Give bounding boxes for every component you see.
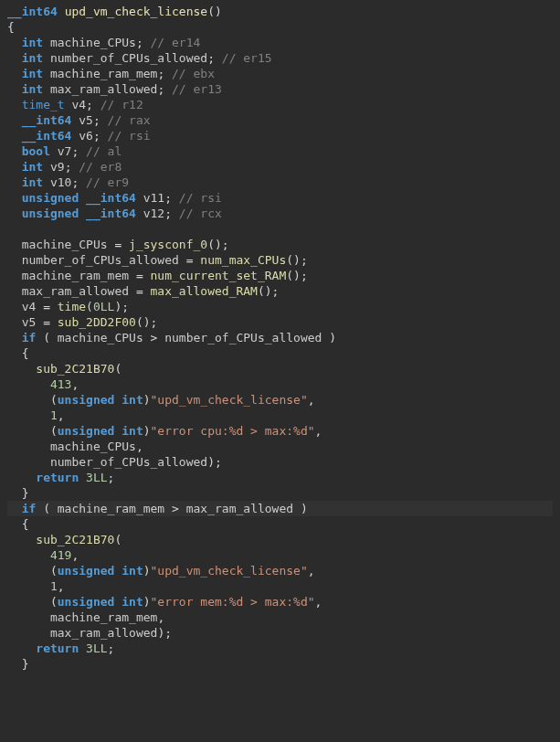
comment: // rax [108, 113, 151, 127]
literal: 413 [50, 377, 71, 391]
string: "error cpu:%d > max:%d" [151, 424, 315, 438]
string: "error mem:%d > max:%d" [151, 595, 315, 609]
var: machine_CPUs [50, 440, 136, 453]
keyword-if: if [22, 502, 37, 515]
keyword-if: if [22, 331, 37, 344]
paren: ( [207, 5, 215, 18]
paren: ( [258, 284, 265, 298]
semi: ; [71, 144, 79, 158]
semi: ; [108, 641, 115, 655]
paren: ( [50, 564, 58, 578]
var: max_ram_allowed [186, 502, 293, 515]
brace: { [22, 517, 29, 531]
op: = [129, 269, 150, 282]
var: number_of_CPUs_allowed [50, 51, 207, 65]
type: unsigned __int64 [22, 207, 136, 220]
call: j_sysconf_0 [129, 238, 207, 251]
call: time [58, 300, 86, 313]
paren: ) [143, 315, 151, 329]
paren: ) [293, 253, 301, 267]
type: int [22, 175, 43, 189]
semi: ; [108, 471, 115, 484]
var: machine_CPUs [50, 36, 136, 49]
highlighted-line: if ( machine_ram_mem > max_ram_allowed ) [7, 501, 553, 516]
call: sub_2C21B70 [36, 533, 114, 546]
comma: , [308, 393, 315, 407]
comma: , [136, 440, 143, 453]
semi: ; [122, 300, 129, 313]
comment: // rcx [179, 207, 222, 220]
var: v5 [22, 315, 37, 329]
type: int [22, 67, 43, 80]
literal: 1 [50, 408, 58, 422]
type: bool [22, 144, 50, 158]
semi: ; [93, 129, 100, 143]
var: v5 [79, 113, 93, 127]
semi: ; [207, 51, 215, 65]
call: num_max_CPUs [200, 253, 286, 267]
semi: ; [157, 82, 164, 96]
paren: ( [136, 315, 143, 329]
comma: , [71, 548, 79, 562]
semi: ; [215, 455, 222, 469]
paren: ( [43, 502, 50, 515]
type: int [22, 36, 43, 49]
var: number_of_CPUs_allowed [164, 331, 322, 344]
var: max_ram_allowed [50, 82, 157, 96]
comma: , [71, 377, 79, 391]
paren: ) [329, 331, 336, 344]
var: v4 [22, 300, 37, 313]
var: machine_ram_mem [50, 67, 157, 80]
comma: , [58, 579, 65, 593]
type: int [22, 160, 43, 174]
op: = [179, 253, 200, 267]
cast-type: unsigned int [58, 424, 143, 438]
var: machine_ram_mem [50, 610, 157, 624]
paren: ) [143, 595, 151, 609]
var: machine_CPUs [22, 238, 108, 251]
paren: ( [50, 393, 58, 407]
var: max_ram_allowed [50, 626, 157, 640]
op: = [129, 284, 150, 298]
paren: ) [301, 502, 308, 515]
semi: ; [222, 238, 229, 251]
brace: } [22, 486, 29, 500]
type: int [22, 82, 43, 96]
literal: 3LL [86, 641, 107, 655]
comma: , [157, 610, 164, 624]
cast-type: unsigned int [58, 564, 143, 578]
paren: ) [143, 424, 151, 438]
paren: ) [265, 284, 272, 298]
var: machine_ram_mem [58, 502, 164, 515]
var: v6 [79, 129, 93, 143]
op: > [164, 502, 185, 515]
string: "upd_vm_check_license" [151, 564, 308, 578]
var: max_ram_allowed [22, 284, 129, 298]
var: v7 [58, 144, 72, 158]
semi: ; [71, 175, 79, 189]
paren: ) [207, 455, 215, 469]
comment: // er9 [86, 175, 129, 189]
var: v12 [143, 207, 164, 220]
semi: ; [164, 191, 172, 205]
semi: ; [272, 284, 280, 298]
op: = [108, 238, 129, 251]
function-name: upd_vm_check_license [65, 5, 208, 18]
semi: ; [164, 207, 172, 220]
semi: ; [157, 67, 164, 80]
semi: ; [136, 36, 143, 49]
comma: , [315, 424, 322, 438]
literal: 3LL [86, 471, 107, 484]
semi: ; [301, 253, 308, 267]
paren: ( [286, 269, 293, 282]
paren: ) [143, 564, 151, 578]
comma: , [58, 408, 65, 422]
comment: // al [86, 144, 122, 158]
paren: ( [50, 424, 58, 438]
type: __int64 [22, 129, 72, 143]
var: v11 [143, 191, 164, 205]
literal: 1 [50, 579, 58, 593]
comma: , [308, 564, 315, 578]
return-type: __int64 [7, 5, 58, 18]
type: int [22, 51, 43, 65]
